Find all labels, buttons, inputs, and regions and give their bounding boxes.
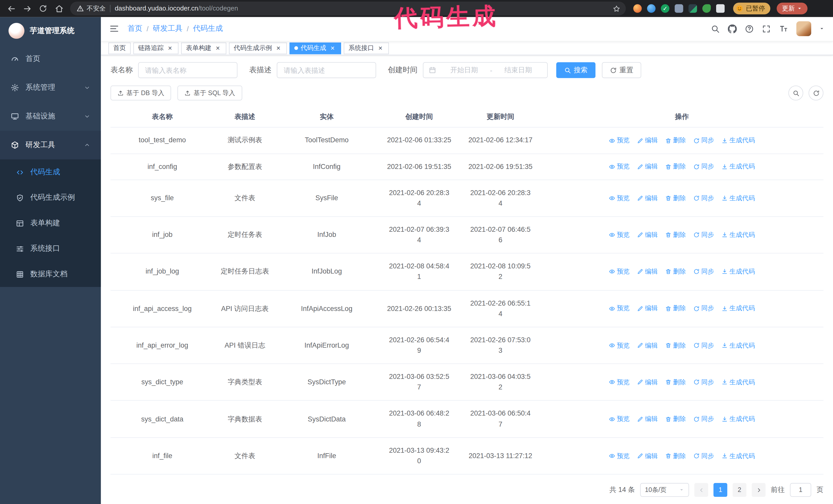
github-icon[interactable] (728, 24, 737, 33)
delete-link[interactable]: 删除 (665, 340, 686, 351)
edit-link[interactable]: 编辑 (637, 230, 658, 240)
sync-link[interactable]: 同步 (693, 230, 714, 240)
tab[interactable]: 代码生成 (290, 42, 341, 54)
breadcrumb-item[interactable]: 研发工具 (153, 24, 183, 33)
generate-code-link[interactable]: 生成代码 (721, 267, 755, 277)
back-icon[interactable] (4, 2, 18, 16)
tab[interactable]: 链路追踪 (133, 42, 178, 54)
delete-link[interactable]: 删除 (665, 451, 686, 461)
generate-code-link[interactable]: 生成代码 (721, 304, 755, 314)
avatar[interactable] (796, 22, 811, 37)
end-date-placeholder[interactable]: 结束日期 (494, 66, 542, 75)
search-icon[interactable] (711, 24, 720, 33)
sync-link[interactable]: 同步 (693, 267, 714, 277)
container-icon[interactable] (688, 4, 697, 13)
address-bar[interactable]: 不安全 dashboard.yudao.iocoder.cn/tool/code… (70, 2, 626, 16)
delete-link[interactable]: 删除 (665, 414, 686, 424)
sync-link[interactable]: 同步 (693, 377, 714, 387)
page-button[interactable]: 2 (733, 483, 746, 497)
font-size-icon[interactable] (779, 24, 788, 33)
close-icon[interactable] (275, 44, 282, 52)
delete-link[interactable]: 删除 (665, 267, 686, 277)
sidebar-item[interactable]: 研发工具 (0, 131, 101, 160)
close-icon[interactable] (329, 44, 336, 52)
hamburger-icon[interactable] (110, 24, 119, 33)
sync-link[interactable]: 同步 (693, 451, 714, 461)
people-icon[interactable] (674, 4, 683, 13)
reset-button[interactable]: 重置 (602, 62, 641, 78)
update-button[interactable]: 更新 (777, 3, 807, 14)
generate-code-link[interactable]: 生成代码 (721, 230, 755, 240)
goto-page-input[interactable] (790, 483, 811, 497)
page-button[interactable]: 1 (714, 483, 728, 497)
help-icon[interactable] (745, 24, 754, 33)
preview-link[interactable]: 预览 (609, 451, 629, 461)
edit-link[interactable]: 编辑 (637, 136, 658, 146)
edit-link[interactable]: 编辑 (637, 340, 658, 351)
import-db-button[interactable]: 基于 DB 导入 (111, 86, 171, 101)
bookmark-star-icon[interactable] (610, 5, 623, 13)
tab[interactable]: 系统接口 (344, 42, 389, 54)
delete-link[interactable]: 删除 (665, 230, 686, 240)
delete-link[interactable]: 删除 (665, 304, 686, 314)
generate-code-link[interactable]: 生成代码 (721, 451, 755, 461)
prev-page-button[interactable] (694, 483, 708, 497)
sync-link[interactable]: 同步 (693, 193, 714, 203)
security-chip[interactable]: 不安全 (76, 4, 105, 13)
generate-code-link[interactable]: 生成代码 (721, 162, 755, 172)
fox-icon[interactable] (633, 4, 642, 13)
refresh-table-button[interactable] (809, 86, 824, 101)
paused-extension-badge[interactable]: 已暂停 (733, 3, 770, 14)
chevron-down-icon[interactable] (819, 26, 825, 32)
toggle-search-button[interactable] (788, 86, 803, 101)
preview-link[interactable]: 预览 (609, 136, 629, 146)
edit-link[interactable]: 编辑 (637, 304, 658, 314)
close-icon[interactable] (166, 44, 174, 52)
sync-link[interactable]: 同步 (693, 162, 714, 172)
generate-code-link[interactable]: 生成代码 (721, 414, 755, 424)
generate-code-link[interactable]: 生成代码 (721, 377, 755, 387)
import-sql-button[interactable]: 基于 SQL 导入 (177, 86, 242, 101)
table-name-input[interactable] (138, 62, 238, 78)
sync-link[interactable]: 同步 (693, 304, 714, 314)
reload-icon[interactable] (36, 2, 50, 16)
edit-link[interactable]: 编辑 (637, 414, 658, 424)
start-date-placeholder[interactable]: 开始日期 (441, 66, 488, 75)
preview-link[interactable]: 预览 (609, 162, 629, 172)
preview-link[interactable]: 预览 (609, 304, 629, 314)
delete-link[interactable]: 删除 (665, 136, 686, 146)
edit-link[interactable]: 编辑 (637, 451, 658, 461)
verified-icon[interactable] (661, 4, 669, 13)
preview-link[interactable]: 预览 (609, 340, 629, 351)
edit-link[interactable]: 编辑 (637, 267, 658, 277)
fullscreen-icon[interactable] (762, 24, 771, 33)
date-range-picker[interactable]: 开始日期 - 结束日期 (423, 62, 548, 78)
preview-link[interactable]: 预览 (609, 230, 629, 240)
breadcrumb-item[interactable]: 代码生成 (193, 24, 223, 33)
tab[interactable]: 表单构建 (181, 42, 226, 54)
preview-link[interactable]: 预览 (609, 414, 629, 424)
edit-link[interactable]: 编辑 (637, 377, 658, 387)
sync-link[interactable]: 同步 (693, 340, 714, 351)
edit-link[interactable]: 编辑 (637, 193, 658, 203)
leaf-icon[interactable] (702, 4, 711, 13)
forward-icon[interactable] (20, 2, 34, 16)
sidebar-item[interactable]: 基础设施 (0, 102, 101, 131)
delete-link[interactable]: 删除 (665, 162, 686, 172)
generate-code-link[interactable]: 生成代码 (721, 136, 755, 146)
next-page-button[interactable] (752, 483, 766, 497)
sidebar-item[interactable]: 系统管理 (0, 73, 101, 102)
generate-code-link[interactable]: 生成代码 (721, 193, 755, 203)
search-button[interactable]: 搜索 (556, 62, 595, 78)
table-desc-input[interactable] (277, 62, 376, 78)
sidebar-subitem[interactable]: 表单构建 (0, 211, 101, 236)
delete-link[interactable]: 删除 (665, 193, 686, 203)
home-icon[interactable] (52, 2, 66, 16)
puzzle-icon[interactable] (716, 4, 724, 13)
app-logo[interactable]: 芋道管理系统 (0, 17, 101, 45)
edit-link[interactable]: 编辑 (637, 162, 658, 172)
sidebar-subitem[interactable]: 代码生成示例 (0, 185, 101, 210)
close-icon[interactable] (377, 44, 384, 52)
close-icon[interactable] (214, 44, 221, 52)
preview-link[interactable]: 预览 (609, 267, 629, 277)
